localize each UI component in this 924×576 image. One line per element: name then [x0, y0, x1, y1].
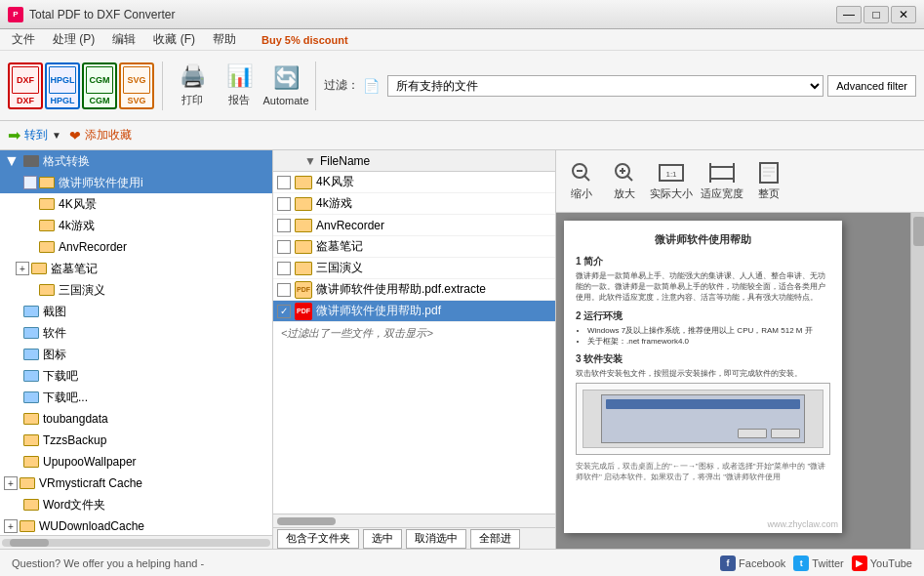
list-item[interactable]: 4K风景 — [273, 172, 555, 193]
format-dxf-button[interactable]: DXF DXF — [8, 62, 43, 109]
preview-toolbar: 缩小 放大 1:1 实际大小 适应宽度 整页 — [556, 150, 924, 213]
scroll-track[interactable] — [273, 514, 555, 527]
inner-dialog-titlebar — [606, 399, 799, 409]
menu-edit[interactable]: 编辑 — [104, 29, 143, 50]
tree-item-toubangdata[interactable]: toubangdata — [0, 408, 272, 430]
advanced-filter-button[interactable]: Advanced filter — [827, 75, 916, 97]
file-list-scroll[interactable]: 4K风景 4k游戏 AnvRecorder 盗墓笔记 三国演义 — [273, 172, 555, 514]
item-checkbox[interactable] — [277, 219, 291, 232]
list-item[interactable]: 三国演义 — [273, 258, 555, 279]
tree-scroll[interactable]: 微讲师软件使用i 4K风景 4k游戏 AnvRecorder + 盗墓笔记 — [0, 172, 272, 535]
toolbar-separator — [162, 62, 163, 110]
list-item-selected[interactable]: PDF 微讲师软件使用帮助.pdf — [273, 301, 555, 322]
tree-collapse-icon[interactable]: ▼ — [4, 152, 20, 170]
tree-item-label: AnvRecorder — [59, 240, 127, 254]
scroll-thumb[interactable] — [277, 517, 336, 525]
menu-file[interactable]: 文件 — [4, 29, 43, 50]
v-scroll-thumb[interactable] — [913, 217, 924, 246]
menu-help[interactable]: 帮助 — [205, 29, 244, 50]
tree-item-anvrecorder[interactable]: AnvRecorder — [0, 236, 272, 258]
zoom-in-button[interactable]: 放大 — [607, 161, 642, 201]
filter-select[interactable]: 所有支持的文件 — [387, 75, 824, 97]
pdf-footer: 安装完成后，双击桌面上的"←一→"图标，或者选择"开始"菜单中的 "微讲师软件"… — [576, 461, 830, 482]
minimize-button[interactable]: — — [836, 6, 862, 23]
expand-btn[interactable]: + — [16, 262, 29, 275]
fit-page-button[interactable]: 整页 — [751, 161, 786, 201]
include-subfolders-button[interactable]: 包含子文件夹 — [277, 529, 359, 549]
tree-item-4kfj[interactable]: 4K风景 — [0, 193, 272, 215]
folder-icon — [39, 220, 55, 231]
menu-process[interactable]: 处理 (P) — [45, 29, 102, 50]
file-name-label: 微讲师软件使用帮助.pdf — [316, 303, 551, 319]
item-checkbox[interactable] — [277, 176, 291, 189]
automate-label: Automate — [262, 95, 308, 106]
close-button[interactable]: ✕ — [891, 6, 916, 23]
svg-icon: SVG — [123, 66, 150, 94]
tree-item-tubiao[interactable]: 图标 — [0, 344, 272, 365]
tree-item-ruanjian[interactable]: 软件 — [0, 322, 272, 344]
inner-btn — [738, 429, 767, 438]
list-item[interactable]: 盗墓笔记 — [273, 236, 555, 258]
tree-item-vrmysticraft[interactable]: + VRmysticraft Cache — [0, 473, 272, 494]
format-cgm-button[interactable]: CGM CGM — [82, 62, 117, 109]
inner-screenshot-content — [583, 390, 824, 448]
tree-item-upupoowallpaper[interactable]: UpupooWallpaper — [0, 451, 272, 473]
select-button[interactable]: 选中 — [363, 529, 402, 549]
main-content: ▼ 格式转换 微讲师软件使用i 4K风景 4k游戏 — [0, 150, 924, 549]
format-svg-button[interactable]: SVG SVG — [119, 62, 154, 109]
expand-btn[interactable]: + — [4, 519, 18, 533]
folder-icon — [39, 241, 55, 253]
tree-item-tzzsbackup[interactable]: TzzsBackup — [0, 430, 272, 451]
add-favorite-button[interactable]: ❤ 添加收藏 — [69, 127, 132, 144]
h-scroll-thumb[interactable] — [10, 539, 49, 547]
select-all-button[interactable]: 全部进 — [470, 529, 520, 549]
preview-scrollbar-v[interactable] — [910, 213, 924, 549]
tree-item-label: toubangdata — [43, 412, 108, 426]
deselect-button[interactable]: 取消选中 — [406, 529, 466, 549]
tree-item-wjsrjsybzh[interactable]: 微讲师软件使用i — [0, 172, 272, 193]
facebook-link[interactable]: f Facebook — [720, 555, 785, 571]
tree-item-xiazaba[interactable]: 下载吧 — [0, 365, 272, 387]
title-text: Total PDF to DXF Converter — [29, 8, 175, 21]
tree-item-daomubiji[interactable]: + 盗墓笔记 — [0, 258, 272, 279]
goto-button[interactable]: ➡ 转到 ▼ — [8, 126, 61, 144]
list-item[interactable]: PDF 微讲师软件使用帮助.pdf.extracte — [273, 279, 555, 301]
tree-item-4kyouxi[interactable]: 4k游戏 — [0, 215, 272, 236]
facebook-label: Facebook — [739, 557, 785, 569]
zoom-out-button[interactable]: 缩小 — [564, 161, 599, 201]
youtube-link[interactable]: ▶ YouTube — [852, 555, 912, 571]
automate-icon: 🔄 — [273, 65, 300, 91]
twitter-link[interactable]: t Twitter — [793, 555, 843, 571]
list-item[interactable]: AnvRecorder — [273, 215, 555, 236]
tree-item-wudownloadcache[interactable]: + WUDownloadCache — [0, 515, 272, 535]
item-checkbox[interactable] — [277, 197, 291, 211]
maximize-button[interactable]: □ — [864, 6, 889, 23]
report-button[interactable]: 📊 报告 — [218, 59, 261, 113]
fit-width-button[interactable]: 适应宽度 — [701, 161, 743, 201]
item-checkbox-checked[interactable] — [277, 305, 291, 318]
menu-favorites[interactable]: 收藏 (F) — [145, 29, 203, 50]
pdf-section-3: 3 软件安装 双击软件安装包文件，按照提示安装操作，即可完成软件的安装。 — [576, 352, 830, 455]
item-checkbox[interactable] — [277, 262, 291, 275]
tree-header: ▼ 格式转换 — [0, 150, 272, 172]
tree-item-xiazaba2[interactable]: 下载吧... — [0, 387, 272, 408]
svg-line-6 — [627, 176, 632, 181]
tree-item-wordfolder[interactable]: Word文件夹 — [0, 494, 272, 515]
tree-item-jietou[interactable]: 截图 — [0, 301, 272, 322]
menu-discount[interactable]: Buy 5% discount — [254, 32, 356, 48]
file-name-label: AnvRecorder — [316, 219, 551, 232]
twitter-icon: t — [793, 555, 809, 571]
format-hpgl-button[interactable]: HPGL HPGL — [45, 62, 80, 109]
print-button[interactable]: 🖨️ 打印 — [171, 59, 214, 113]
expand-btn[interactable]: + — [4, 476, 18, 490]
item-checkbox[interactable] — [277, 283, 291, 297]
automate-button[interactable]: 🔄 Automate — [264, 59, 307, 113]
tree-item-sgyy[interactable]: 三国演义 — [0, 279, 272, 301]
list-item[interactable]: 4k游戏 — [273, 193, 555, 215]
h-scroll-track[interactable] — [2, 539, 270, 547]
actual-size-button[interactable]: 1:1 实际大小 — [650, 161, 693, 201]
dxf-label: DXF — [17, 96, 34, 105]
folder-icon — [20, 520, 35, 532]
folder-file-icon — [295, 176, 312, 189]
item-checkbox[interactable] — [277, 240, 291, 254]
